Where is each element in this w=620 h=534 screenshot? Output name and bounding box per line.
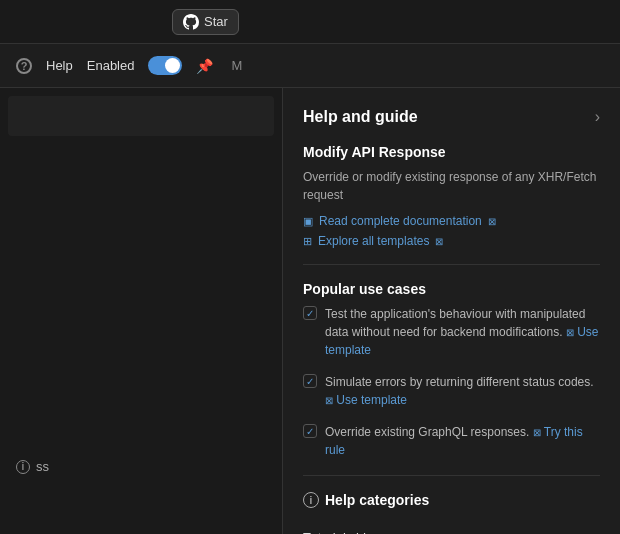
github-star-button[interactable]: Star: [172, 9, 239, 35]
read-docs-row: ▣ Read complete documentation ⊠: [303, 214, 600, 228]
divider-2: [303, 475, 600, 476]
popular-use-cases-title: Popular use cases: [303, 281, 600, 297]
use-case-text-1: Test the application's behaviour with ma…: [325, 305, 600, 359]
categories-header: i Help categories: [303, 492, 600, 508]
use-template-icon-1: ⊠: [566, 327, 574, 338]
modify-api-desc: Override or modify existing response of …: [303, 168, 600, 204]
use-case-item-1: Test the application's behaviour with ma…: [303, 305, 600, 359]
left-content-placeholder: [8, 96, 274, 136]
enabled-toggle[interactable]: [148, 56, 182, 75]
checkbox-icon-2: [303, 374, 317, 388]
checkbox-icon-1: [303, 306, 317, 320]
github-icon: [183, 14, 199, 30]
top-bar: Star: [0, 0, 620, 44]
panel-title: Help and guide: [303, 108, 418, 126]
left-panel: i ss: [0, 88, 283, 534]
modify-api-title: Modify API Response: [303, 144, 600, 160]
use-case-desc-2: Simulate errors by returning different s…: [325, 375, 594, 389]
pin-icon[interactable]: 📌: [196, 58, 213, 74]
try-rule-icon: ⊠: [533, 427, 541, 438]
use-case-item-2: Simulate errors by returning different s…: [303, 373, 600, 409]
use-case-desc-1: Test the application's behaviour with ma…: [325, 307, 585, 339]
toolbar: ? Help Enabled 📌 M: [0, 44, 620, 88]
modify-api-section: Modify API Response Override or modify e…: [303, 144, 600, 248]
read-docs-link[interactable]: Read complete documentation: [319, 214, 482, 228]
help-categories-title: Help categories: [325, 492, 429, 508]
external-link-icon-2: ⊠: [435, 236, 443, 247]
external-link-icon-1: ⊠: [488, 216, 496, 227]
enabled-label: Enabled: [87, 58, 135, 73]
popular-use-cases-section: Popular use cases Test the application's…: [303, 281, 600, 459]
use-case-text-2: Simulate errors by returning different s…: [325, 373, 600, 409]
info-circle-icon: i: [303, 492, 319, 508]
checkbox-icon-3: [303, 424, 317, 438]
use-template-icon-2: ⊠: [325, 395, 333, 406]
use-case-desc-3: Override existing GraphQL responses.: [325, 425, 533, 439]
help-categories-section: i Help categories Tutorial videos → Trou…: [303, 492, 600, 534]
main-content: i ss Help and guide › Modify API Respons…: [0, 88, 620, 534]
help-label: Help: [46, 58, 73, 73]
templates-icon: ⊞: [303, 235, 312, 248]
left-bottom-item: i ss: [16, 459, 49, 474]
doc-icon: ▣: [303, 215, 313, 228]
use-case-item-3: Override existing GraphQL responses. ⊠ T…: [303, 423, 600, 459]
explore-templates-row: ⊞ Explore all templates ⊠: [303, 234, 600, 248]
help-guide-panel: Help and guide › Modify API Response Ove…: [283, 88, 620, 534]
close-chevron-icon[interactable]: ›: [595, 108, 600, 126]
bottom-item-label: ss: [36, 459, 49, 474]
category-label-tutorial: Tutorial videos: [303, 530, 387, 534]
arrow-icon-tutorial: →: [587, 530, 600, 534]
toolbar-extra: M: [231, 58, 242, 73]
divider-1: [303, 264, 600, 265]
star-label: Star: [204, 14, 228, 29]
explore-templates-link[interactable]: Explore all templates: [318, 234, 429, 248]
help-circle-icon: ?: [16, 58, 32, 74]
info-small-icon: i: [16, 460, 30, 474]
use-template-link-2[interactable]: Use template: [336, 393, 407, 407]
panel-header: Help and guide ›: [303, 108, 600, 126]
category-tutorial-videos[interactable]: Tutorial videos →: [303, 522, 600, 534]
use-case-text-3: Override existing GraphQL responses. ⊠ T…: [325, 423, 600, 459]
